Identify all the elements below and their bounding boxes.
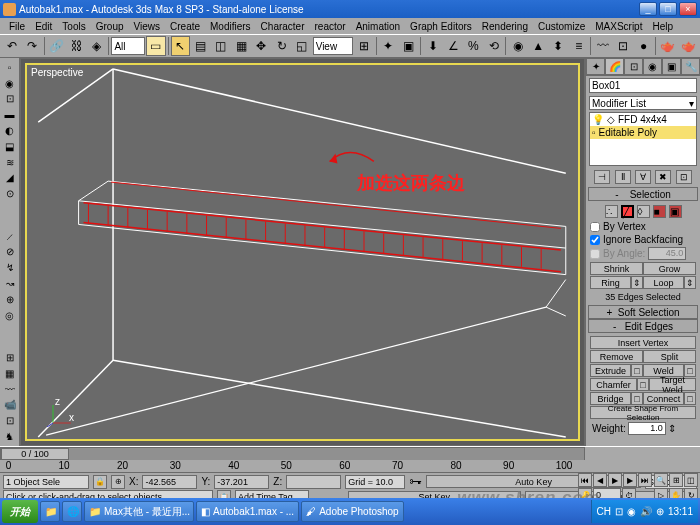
taskbar-item-4[interactable]: ◧Autobak1.max - ... <box>196 501 299 522</box>
menu-modifiers[interactable]: Modifiers <box>205 21 256 32</box>
create-shape-button[interactable]: Create Shape From Selection <box>590 406 696 419</box>
vbtn-13[interactable]: ↯ <box>2 260 18 275</box>
chamfer-button[interactable]: Chamfer <box>590 378 637 391</box>
chamfer-settings-icon[interactable]: □ <box>637 378 649 391</box>
maximize-button[interactable]: □ <box>659 2 677 16</box>
subobj-polygon-icon[interactable]: ■ <box>653 205 666 218</box>
align-icon[interactable]: ⬍ <box>549 36 568 56</box>
time-slider[interactable]: 0 / 100 <box>0 446 700 460</box>
vbtn-5[interactable]: ◐ <box>2 123 18 138</box>
clock[interactable]: 13:11 <box>668 506 693 517</box>
curve-editor-icon[interactable]: 〰 <box>593 36 612 56</box>
extrude-button[interactable]: Extrude <box>590 364 631 377</box>
tab-display-icon[interactable]: ▣ <box>662 58 681 75</box>
menu-rendering[interactable]: Rendering <box>477 21 533 32</box>
menu-grapheditors[interactable]: Graph Editors <box>405 21 477 32</box>
window-crossing-icon[interactable]: ▦ <box>231 36 250 56</box>
vbtn-15[interactable]: ⊕ <box>2 292 18 307</box>
stack-editable-poly[interactable]: ▫Editable Poly <box>590 126 696 139</box>
next-frame-icon[interactable]: ▶ <box>623 473 637 487</box>
percent-snap-icon[interactable]: % <box>464 36 483 56</box>
ring-spin-icon[interactable]: ⇕ <box>631 276 643 289</box>
select-name-icon[interactable]: ▤ <box>191 36 210 56</box>
shrink-button[interactable]: Shrink <box>590 262 643 275</box>
split-button[interactable]: Split <box>643 350 696 363</box>
modifier-stack[interactable]: 💡◇FFD 4x4x4 ▫Editable Poly <box>589 112 697 166</box>
taskbar-item-1[interactable]: 📁 <box>40 501 60 522</box>
undo-icon[interactable]: ↶ <box>2 36 21 56</box>
vbtn-12[interactable]: ⊘ <box>2 245 18 260</box>
menu-animation[interactable]: Animation <box>351 21 405 32</box>
vbtn-9[interactable]: ⊙ <box>2 186 18 201</box>
vbtn-2[interactable]: ◉ <box>2 76 18 91</box>
refcoord-dropdown[interactable]: View <box>313 37 354 55</box>
vbtn-1[interactable]: ▫ <box>2 60 18 75</box>
select-icon[interactable]: ▭ <box>146 36 165 56</box>
schematic-icon[interactable]: ⊡ <box>614 36 633 56</box>
layers-icon[interactable]: ≡ <box>569 36 588 56</box>
play-icon[interactable]: ▶ <box>608 473 622 487</box>
tab-motion-icon[interactable]: ◉ <box>643 58 662 75</box>
quick-render-icon[interactable]: 🫖 <box>679 36 698 56</box>
menu-customize[interactable]: Customize <box>533 21 590 32</box>
snap-icon[interactable]: ⬇ <box>423 36 442 56</box>
select-object-icon[interactable]: ↖ <box>171 36 190 56</box>
z-field[interactable] <box>286 475 341 489</box>
menu-create[interactable]: Create <box>165 21 205 32</box>
menu-reactor[interactable]: reactor <box>310 21 351 32</box>
insert-vertex-button[interactable]: Insert Vertex <box>590 336 696 349</box>
pin-stack-icon[interactable]: ⊣ <box>594 170 610 184</box>
weight-spinner[interactable]: 1.0 <box>628 422 666 435</box>
vbtn-3[interactable]: ⊡ <box>2 92 18 107</box>
tab-modify-icon[interactable]: 🌈 <box>605 58 624 75</box>
material-icon[interactable]: ● <box>634 36 653 56</box>
taskbar-item-5[interactable]: 🖌Adobe Photoshop <box>301 501 404 522</box>
menu-help[interactable]: Help <box>647 21 678 32</box>
subobj-vertex-icon[interactable]: ∴ <box>605 205 618 218</box>
selection-filter-dropdown[interactable]: All <box>111 37 145 55</box>
zoom-ext-icon[interactable]: ◫ <box>684 473 698 487</box>
menu-file[interactable]: File <box>4 21 30 32</box>
angle-snap-icon[interactable]: ∠ <box>443 36 462 56</box>
rollout-selection-header[interactable]: - Selection <box>588 187 698 201</box>
menu-maxscript[interactable]: MAXScript <box>590 21 647 32</box>
zoom-all-icon[interactable]: ⊞ <box>669 473 683 487</box>
stack-ffd[interactable]: 💡◇FFD 4x4x4 <box>590 113 696 126</box>
loop-button[interactable]: Loop <box>643 276 684 289</box>
taskbar-item-3[interactable]: 📁Max其他 - 最近用... <box>84 501 194 522</box>
remove-mod-icon[interactable]: ✖ <box>655 170 671 184</box>
system-tray[interactable]: CH ⊡ ◉ 🔊 ⊕ 13:11 <box>591 500 698 523</box>
target-weld-button[interactable]: Target Weld <box>649 378 696 391</box>
vbtn-22[interactable]: ⊡ <box>2 413 18 428</box>
vbtn-18[interactable]: ⊞ <box>2 350 18 365</box>
vbtn-11[interactable]: ⟋ <box>2 229 18 244</box>
vbtn-7[interactable]: ≋ <box>2 155 18 170</box>
menu-views[interactable]: Views <box>129 21 166 32</box>
subobj-element-icon[interactable]: ▣ <box>669 205 682 218</box>
keymode-icon[interactable]: ▣ <box>399 36 418 56</box>
menu-group[interactable]: Group <box>91 21 129 32</box>
tray-icon-3[interactable]: 🔊 <box>640 506 652 517</box>
tray-icon-4[interactable]: ⊕ <box>656 506 664 517</box>
prev-frame-icon[interactable]: ◀ <box>593 473 607 487</box>
named-sel-icon[interactable]: ◉ <box>508 36 527 56</box>
subobj-edge-icon[interactable]: ╱ <box>621 205 634 218</box>
ignore-backfacing-checkbox[interactable] <box>590 235 600 245</box>
goto-start-icon[interactable]: ⏮ <box>578 473 592 487</box>
tab-create-icon[interactable]: ✦ <box>586 58 605 75</box>
tray-icon-2[interactable]: ◉ <box>627 506 636 517</box>
vbtn-21[interactable]: 📹 <box>2 398 18 413</box>
scale-icon[interactable]: ◱ <box>292 36 311 56</box>
make-unique-icon[interactable]: ∀ <box>635 170 651 184</box>
unlink-icon[interactable]: ⛓ <box>67 36 86 56</box>
spinner-snap-icon[interactable]: ⟲ <box>484 36 503 56</box>
weight-spin-icon[interactable]: ⇕ <box>668 423 676 434</box>
tab-hierarchy-icon[interactable]: ⊡ <box>624 58 643 75</box>
vbtn-17[interactable] <box>2 323 18 349</box>
rollout-editedges-header[interactable]: - Edit Edges <box>588 319 698 333</box>
loop-spin-icon[interactable]: ⇕ <box>684 276 696 289</box>
vbtn-19[interactable]: ▦ <box>2 366 18 381</box>
lang-indicator[interactable]: CH <box>597 506 611 517</box>
start-button[interactable]: 开始 <box>2 500 38 523</box>
tab-utilities-icon[interactable]: 🔧 <box>681 58 700 75</box>
